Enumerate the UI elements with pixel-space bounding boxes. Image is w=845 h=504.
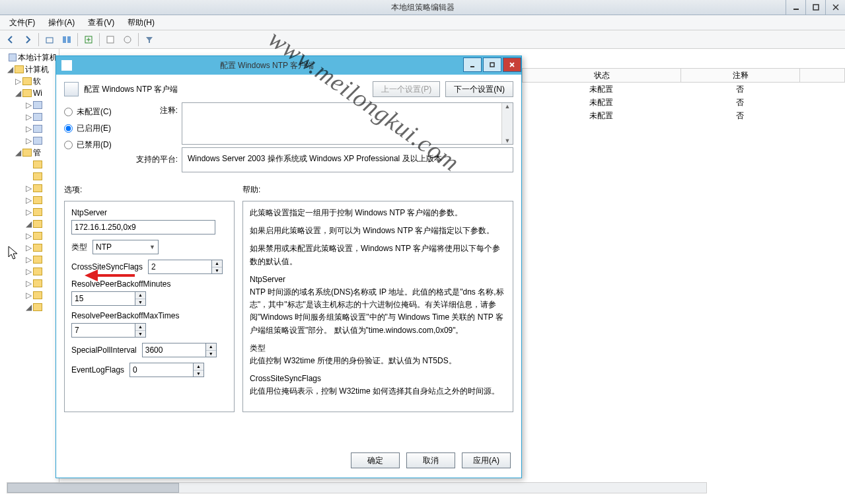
options-header: 选项: (64, 184, 242, 196)
toolbar (0, 30, 845, 49)
horizontal-scrollbar[interactable] (7, 482, 707, 493)
settings-list: 状态 注释 未配置 否 未配置 否 未配置 否 (522, 68, 845, 122)
resolvemax-label: ResolvePeerBackoffMaxTimes (71, 311, 227, 320)
list-row[interactable]: 未配置 否 (522, 96, 845, 109)
crosssite-label: CrossSiteSyncFlags (71, 262, 143, 271)
list-row[interactable]: 未配置 否 (522, 109, 845, 122)
policy-icon (64, 82, 79, 96)
menu-file[interactable]: 文件(F) (4, 15, 40, 30)
tree-node[interactable]: 软 (33, 76, 41, 87)
export-button[interactable] (81, 32, 96, 48)
type-combobox[interactable]: NTP▼ (92, 240, 159, 254)
special-label: SpecialPollInterval (71, 345, 137, 355)
eventlog-spinner[interactable]: 0▲▼ (129, 363, 204, 377)
type-label: 类型 (71, 242, 87, 253)
main-titlebar: 本地组策略编辑器 (0, 0, 845, 15)
list-row[interactable]: 未配置 否 (522, 83, 845, 96)
list-header-status[interactable]: 状态 (523, 69, 681, 82)
dialog-icon (61, 60, 72, 71)
ntpserver-label: NtpServer (71, 208, 227, 217)
scrollbar[interactable]: ▲▼ (501, 103, 513, 144)
help-button[interactable] (120, 32, 135, 48)
comment-textarea[interactable]: ▲▼ (182, 102, 513, 145)
next-setting-button[interactable]: 下一个设置(N) (445, 81, 513, 97)
options-panel: NtpServer 类型 NTP▼ CrossSiteSyncFlags 2▲▼… (64, 201, 235, 412)
radio-not-configured[interactable]: 未配置(C) (64, 106, 124, 118)
forward-button[interactable] (20, 32, 36, 48)
list-header-comment[interactable]: 注释 (681, 69, 800, 82)
platform-label: 支持的平台: (131, 147, 178, 172)
tree-node-computer[interactable]: 计算机 (25, 64, 49, 75)
apply-button[interactable]: 应用(A) (462, 452, 511, 468)
ntpserver-input[interactable] (71, 220, 215, 234)
tree-node[interactable]: Wi (33, 89, 42, 98)
properties-button[interactable] (102, 32, 118, 48)
comment-label: 注释: (131, 102, 178, 116)
up-button[interactable] (42, 32, 57, 48)
menu-view[interactable]: 查看(V) (83, 15, 120, 30)
tree-root[interactable]: 本地计算机 (18, 52, 57, 63)
filter-button[interactable] (141, 32, 157, 48)
radio-enabled[interactable]: 已启用(E) (64, 123, 124, 134)
minimize-button[interactable] (786, 0, 805, 15)
help-header: 帮助: (242, 184, 513, 196)
main-title: 本地组策略编辑器 (391, 2, 455, 13)
maximize-button[interactable] (805, 0, 825, 15)
list-view-button[interactable] (59, 32, 75, 48)
help-panel[interactable]: 此策略设置指定一组用于控制 Windows NTP 客户端的参数。 如果启用此策… (242, 201, 513, 412)
svg-rect-11 (490, 63, 494, 67)
chevron-down-icon: ▼ (149, 244, 155, 250)
cancel-button[interactable]: 取消 (406, 452, 455, 468)
dialog-close-button[interactable] (503, 57, 521, 72)
tree-node-admin[interactable]: 管 (33, 147, 41, 159)
svg-rect-6 (67, 36, 71, 43)
ntp-config-dialog: 配置 Windows NTP 客户端 配置 Windows NTP 客户端 上一… (55, 55, 522, 478)
dialog-minimize-button[interactable] (463, 57, 482, 72)
platform-text: Windows Server 2003 操作系统或 Windows XP Pro… (182, 147, 513, 172)
back-button[interactable] (3, 32, 18, 48)
resolvemin-label: ResolvePeerBackoffMinutes (71, 279, 227, 289)
svg-rect-5 (63, 36, 66, 43)
radio-disabled[interactable]: 已禁用(D) (64, 139, 124, 151)
svg-rect-4 (46, 38, 53, 43)
menu-action[interactable]: 操作(A) (43, 15, 80, 30)
special-spinner[interactable]: 3600▲▼ (142, 343, 217, 357)
eventlog-label: EventLogFlags (71, 365, 124, 375)
dialog-titlebar[interactable]: 配置 Windows NTP 客户端 (56, 56, 521, 75)
close-button[interactable] (825, 0, 845, 15)
svg-rect-8 (107, 36, 114, 43)
prev-setting-button[interactable]: 上一个设置(P) (373, 81, 440, 97)
menu-help[interactable]: 帮助(H) (122, 15, 160, 30)
resolvemin-spinner[interactable]: 15▲▼ (71, 291, 227, 306)
menu-bar: 文件(F) 操作(A) 查看(V) 帮助(H) (0, 15, 845, 30)
tree-pane[interactable]: 本地计算机 ◢计算机 ▷软 ◢Wi ▷ ▷ ▷ ▷ ◢管 ▷ ▷ ▷ ◢ ▷ ▷… (0, 49, 59, 485)
dialog-maximize-button[interactable] (483, 57, 501, 72)
crosssite-spinner[interactable]: 2▲▼ (148, 260, 223, 274)
ok-button[interactable]: 确定 (351, 452, 400, 468)
resolvemax-spinner[interactable]: 7▲▼ (71, 323, 227, 338)
dialog-title: 配置 Windows NTP 客户端 (76, 60, 458, 71)
policy-title: 配置 Windows NTP 客户端 (84, 84, 367, 95)
svg-rect-1 (813, 5, 819, 10)
svg-point-9 (124, 36, 131, 43)
